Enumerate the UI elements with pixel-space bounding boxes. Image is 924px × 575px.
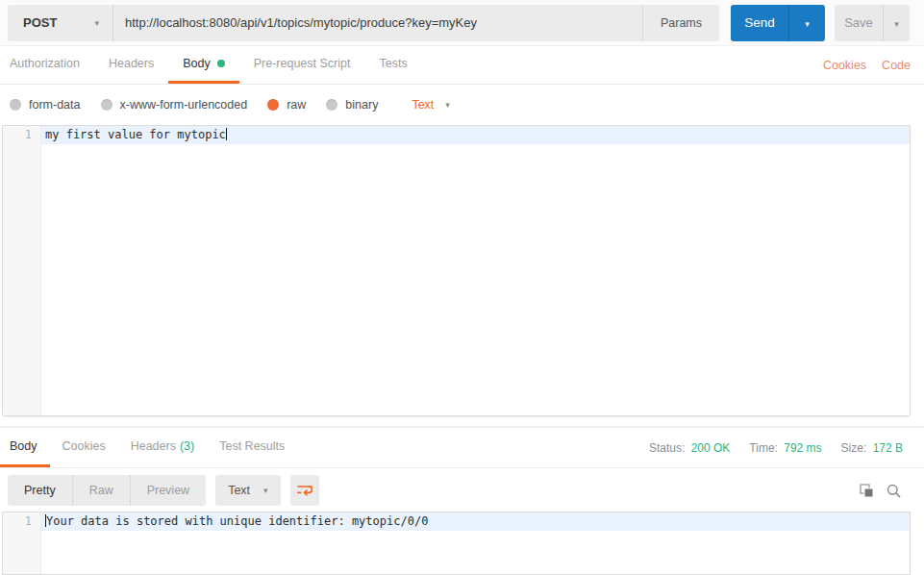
request-bar: POST ▾ Params Send ▾ Save ▾ [0,0,924,46]
response-editor-content[interactable]: Your data is stored with unique identifi… [41,512,910,574]
response-tab-test-results[interactable]: Test Results [207,428,297,467]
view-mode-group: Pretty Raw Preview [8,475,206,506]
request-editor-line-1[interactable]: my first value for mytopic [41,126,910,144]
line-number: 1 [3,512,40,531]
method-select[interactable]: POST ▾ [8,5,113,41]
green-dot-icon [217,60,225,67]
wrap-text-icon [297,485,312,497]
copy-icon [860,484,874,498]
url-group: POST ▾ Params [8,5,719,41]
time-meta: Time: 792 ms [749,441,821,455]
params-button[interactable]: Params [642,5,719,41]
radio-unselected-icon [10,99,21,111]
radio-binary[interactable]: binary [326,98,378,112]
chevron-down-icon: ▾ [805,19,810,29]
code-link[interactable]: Code [882,46,911,84]
response-meta: Status: 200 OK Time: 792 ms Size: 172 B [630,428,903,467]
request-body-editor: 1 my first value for mytopic [2,125,911,416]
radio-unselected-icon [326,99,337,111]
view-mode-raw[interactable]: Raw [73,475,131,506]
wrap-text-button[interactable] [290,475,319,506]
save-split-button: Save ▾ [835,5,910,41]
radio-form-data[interactable]: form-data [10,98,81,112]
request-body-text: my first value for mytopic [45,128,226,141]
view-mode-pretty[interactable]: Pretty [8,475,73,506]
line-number: 1 [3,126,40,144]
response-tabs-row: Body Cookies Headers (3) Test Results St… [0,426,924,468]
headers-count-badge: (3) [180,439,194,453]
request-editor-gutter: 1 [3,126,41,415]
status-label: Status: [649,441,685,455]
method-label: POST [23,15,57,30]
tab-authorization[interactable]: Authorization [0,46,94,84]
chevron-down-icon: ▾ [445,100,450,110]
response-tab-body[interactable]: Body [0,428,50,467]
response-body-text: Your data is stored with unique identifi… [46,514,428,528]
save-button[interactable]: Save [835,5,883,41]
body-type-selector: form-data x-www-form-urlencoded raw bina… [0,85,924,125]
size-meta: Size: 172 B [841,441,903,455]
send-split-button: Send ▾ [731,5,825,41]
response-body-editor: 1 Your data is stored with unique identi… [2,512,911,575]
response-editor-line-1[interactable]: Your data is stored with unique identifi… [41,512,910,531]
send-button[interactable]: Send [731,5,788,41]
tab-body[interactable]: Body [168,46,239,84]
response-format-dropdown[interactable]: Text ▾ [215,475,280,506]
radio-binary-label: binary [345,98,378,112]
status-meta: Status: 200 OK [649,441,730,455]
copy-response-button[interactable] [860,484,874,498]
postman-app: POST ▾ Params Send ▾ Save ▾ Authorizatio… [0,0,924,575]
time-label: Time: [749,441,778,455]
send-options-button[interactable]: ▾ [788,5,825,41]
search-icon [887,484,901,498]
tab-pre-request-script[interactable]: Pre-request Script [239,46,365,84]
status-value: 200 OK [691,441,731,455]
response-format-label: Text [228,484,250,497]
response-tab-cookies[interactable]: Cookies [50,428,118,467]
view-mode-preview[interactable]: Preview [131,475,206,506]
save-options-button[interactable]: ▾ [883,5,910,41]
response-tab-headers-label: Headers [131,439,176,453]
tab-body-label: Body [183,57,211,70]
request-editor-content[interactable]: my first value for mytopic [41,126,910,415]
text-cursor [226,128,227,140]
radio-raw-label: raw [287,98,306,112]
chevron-down-icon: ▾ [894,19,899,29]
tab-headers[interactable]: Headers [94,46,168,84]
response-tab-headers[interactable]: Headers (3) [118,428,208,467]
search-response-button[interactable] [887,484,901,498]
radio-form-data-label: form-data [29,98,81,112]
tabs-spacer [422,46,808,84]
request-tabs-bar: Authorization Headers Body Pre-request S… [0,46,924,85]
size-value: 172 B [873,441,903,455]
chevron-down-icon: ▾ [94,18,99,28]
url-input[interactable] [113,5,642,41]
time-value: 792 ms [784,441,821,455]
radio-x-www-form-urlencoded[interactable]: x-www-form-urlencoded [101,98,248,112]
size-label: Size: [841,441,867,455]
body-format-label: Text [412,98,434,112]
radio-unselected-icon [101,99,112,111]
body-format-dropdown[interactable]: Text ▾ [412,98,449,112]
chevron-down-icon: ▾ [263,486,268,495]
radio-x-www-form-urlencoded-label: x-www-form-urlencoded [120,98,248,112]
response-editor-gutter: 1 [3,512,41,574]
radio-selected-icon [267,99,279,111]
radio-raw[interactable]: raw [267,98,306,112]
cookies-link[interactable]: Cookies [823,46,866,84]
response-toolbar: Pretty Raw Preview Text ▾ [0,475,924,506]
tab-tests[interactable]: Tests [364,46,421,84]
